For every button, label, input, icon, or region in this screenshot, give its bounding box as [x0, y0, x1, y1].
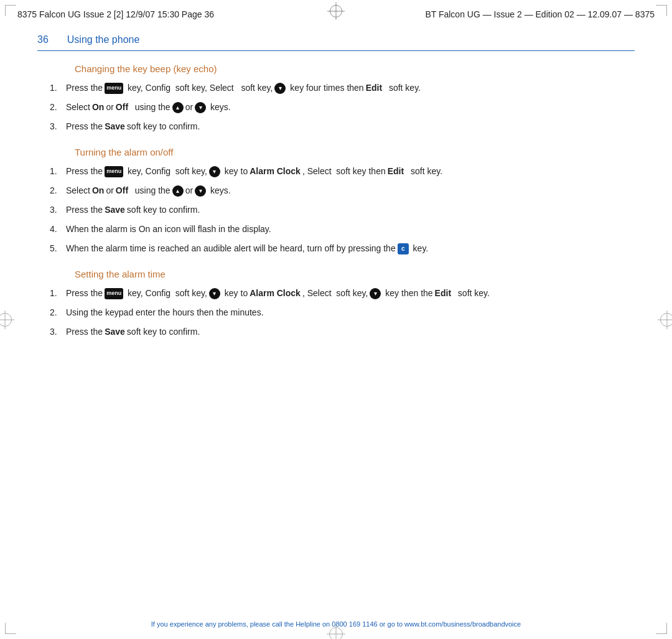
title-divider — [37, 50, 635, 51]
section-key-beep-steps: 1. Press the menu key, Config soft key, … — [50, 82, 635, 133]
step-item: 3. Press the Save soft key to confirm. — [50, 325, 635, 338]
step-item: 3. Press the Save soft key to confirm. — [50, 120, 635, 133]
section-alarm-onoff-steps: 1. Press the menu key, Config soft key, … — [50, 165, 635, 255]
arrow-down-icon-6: ▾ — [370, 288, 381, 299]
section-alarm-time-steps: 1. Press the menu key, Config soft key, … — [50, 287, 635, 338]
footer-text: If you experience any problems, please c… — [37, 620, 635, 628]
header-left: 8375 Falcon UG Issue 2 [2] 12/9/07 15:30… — [17, 9, 214, 19]
menu-key-icon-3: menu — [105, 288, 123, 299]
crosshair-right — [660, 313, 672, 327]
step-item: 1. Press the menu key, Config soft key, … — [50, 287, 635, 300]
arrow-up-icon-2: ▴ — [172, 185, 184, 197]
step-item: 2. Using the keypad enter the hours then… — [50, 306, 635, 319]
section-alarm-onoff-title: Turning the alarm on/off — [75, 147, 635, 157]
main-content: 36 Using the phone Changing the key beep… — [37, 34, 635, 605]
section-alarm-onoff: Turning the alarm on/off 1. Press the me… — [37, 147, 635, 255]
step-item: 5. When the alarm time is reached an aud… — [50, 242, 635, 255]
crosshair-left — [0, 313, 12, 327]
step-item: 2. Select On or Off using the ▴ or ▾ key… — [50, 101, 635, 114]
c-key-icon: c — [398, 243, 409, 254]
corner-mark-tr — [656, 5, 667, 16]
section-key-beep: Changing the key beep (key echo) 1. Pres… — [37, 63, 635, 133]
header-right: BT Falcon UG — Issue 2 — Edition 02 — 12… — [425, 9, 655, 19]
page-number: 36 — [37, 34, 49, 45]
section-alarm-time: Setting the alarm time 1. Press the menu… — [37, 269, 635, 338]
page-number-title: 36 Using the phone — [37, 34, 635, 45]
page-title: Using the phone — [67, 34, 140, 45]
section-key-beep-title: Changing the key beep (key echo) — [75, 63, 635, 74]
menu-key-icon: menu — [105, 83, 123, 94]
corner-mark-tl — [5, 5, 16, 16]
arrow-down-icon-5: ▾ — [209, 288, 220, 299]
step-item: 2. Select On or Off using the ▴ or ▾ key… — [50, 184, 635, 197]
step-item: 4. When the alarm is On an icon will fla… — [50, 223, 635, 236]
corner-mark-br — [656, 623, 667, 634]
step-item: 1. Press the menu key, Config soft key, … — [50, 82, 635, 95]
step-item: 3. Press the Save soft key to confirm. — [50, 203, 635, 217]
step-item: 1. Press the menu key, Config soft key, … — [50, 165, 635, 178]
arrow-down-icon: ▾ — [274, 83, 286, 94]
section-alarm-time-title: Setting the alarm time — [75, 269, 635, 279]
arrow-up-icon: ▴ — [172, 102, 184, 113]
crosshair-top — [330, 5, 342, 17]
crosshair-bottom — [329, 627, 343, 639]
arrow-down-icon-2: ▾ — [195, 102, 206, 113]
arrow-down-icon-4: ▾ — [195, 185, 206, 197]
corner-mark-bl — [5, 623, 16, 634]
menu-key-icon-2: menu — [105, 166, 123, 177]
arrow-down-icon-3: ▾ — [209, 166, 220, 177]
